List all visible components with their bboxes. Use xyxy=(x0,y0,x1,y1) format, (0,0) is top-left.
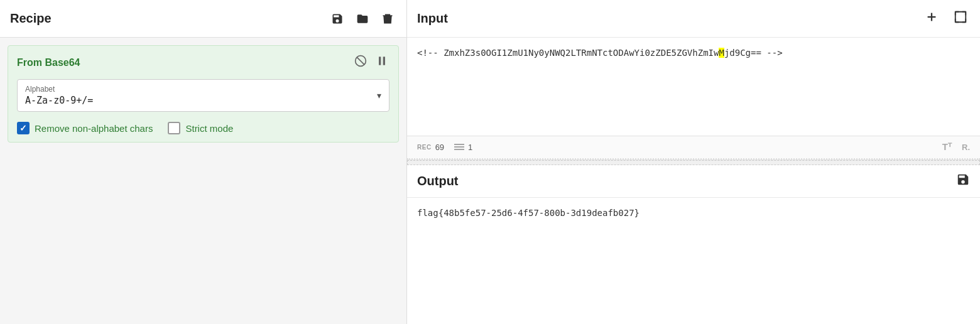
open-folder-button[interactable] xyxy=(354,10,371,28)
output-save-button[interactable] xyxy=(956,173,970,190)
remove-non-alphabet-label: Remove non-alphabet chars xyxy=(35,123,153,134)
delete-button[interactable] xyxy=(379,10,396,28)
status-right: Tᵀ R. xyxy=(942,141,970,153)
add-input-button[interactable] xyxy=(922,8,941,30)
input-toolbar xyxy=(922,8,970,30)
output-section: Output flag{48b5fe57-25d6-4f57-800b-3d19… xyxy=(407,165,980,325)
svg-line-1 xyxy=(357,57,364,65)
text-format-icon: Tᵀ xyxy=(942,141,952,153)
pause-button[interactable] xyxy=(374,53,389,72)
output-save-icon xyxy=(956,173,970,186)
trash-icon xyxy=(381,13,394,25)
output-header: Output xyxy=(407,165,980,198)
from-base64-block: From Base64 Alphabet A-Za- xyxy=(8,45,399,143)
input-title: Input xyxy=(417,11,922,26)
plus-icon xyxy=(925,10,939,24)
rec-icon: REC xyxy=(417,144,432,151)
svg-rect-2 xyxy=(379,57,381,65)
folder-icon xyxy=(356,13,369,25)
disable-icon xyxy=(354,55,367,67)
strict-mode-checkbox[interactable]: Strict mode xyxy=(168,122,233,134)
expand-input-button[interactable] xyxy=(951,8,970,30)
alphabet-value: A-Za-z0-9+/= xyxy=(25,95,381,106)
chevron-down-icon: ▾ xyxy=(377,90,381,100)
expand-icon xyxy=(954,10,967,24)
save-button[interactable] xyxy=(329,10,346,28)
input-text: <!-- ZmxhZ3s0OGI1ZmU1Ny0yNWQ2LTRmNTctODA… xyxy=(417,48,970,58)
save-icon xyxy=(331,13,344,25)
disable-button[interactable] xyxy=(353,53,368,72)
strict-mode-box xyxy=(168,122,180,134)
right-panel: Input xyxy=(407,0,980,324)
svg-rect-3 xyxy=(383,57,385,65)
svg-rect-6 xyxy=(956,12,966,23)
block-controls xyxy=(353,53,389,72)
recipe-toolbar xyxy=(329,10,396,28)
regex-icon: R. xyxy=(962,143,970,152)
output-title: Output xyxy=(417,174,956,188)
lines-icon xyxy=(454,143,464,151)
block-title: From Base64 xyxy=(17,57,353,68)
pause-icon xyxy=(376,55,388,67)
panel-divider[interactable] xyxy=(407,160,980,165)
rec-status: REC 69 xyxy=(417,143,444,152)
checkmark-icon: ✓ xyxy=(19,124,27,132)
input-section: Input xyxy=(407,0,980,160)
recipe-title: Recipe xyxy=(10,11,329,26)
strict-mode-label: Strict mode xyxy=(185,123,233,134)
line-count: 1 xyxy=(468,143,472,152)
remove-non-alphabet-box: ✓ xyxy=(17,122,30,134)
input-header: Input xyxy=(407,0,980,38)
highlight-char: M xyxy=(719,48,724,58)
input-content-area[interactable]: <!-- ZmxhZ3s0OGI1ZmU1Ny0yNWQ2LTRmNTctODA… xyxy=(407,38,980,136)
remove-non-alphabet-checkbox[interactable]: ✓ Remove non-alphabet chars xyxy=(17,122,153,134)
checkboxes-row: ✓ Remove non-alphabet chars Strict mode xyxy=(17,122,389,134)
char-count: 69 xyxy=(435,143,444,152)
recipe-header: Recipe xyxy=(0,0,406,38)
left-panel: Recipe From Base64 xyxy=(0,0,407,324)
status-bar: REC 69 1 Tᵀ R. xyxy=(407,136,980,159)
output-text: flag{48b5fe57-25d6-4f57-800b-3d19deafb02… xyxy=(417,208,970,218)
output-content-area: flag{48b5fe57-25d6-4f57-800b-3d19deafb02… xyxy=(407,198,980,325)
alphabet-label: Alphabet xyxy=(25,85,381,94)
alphabet-dropdown[interactable]: Alphabet A-Za-z0-9+/= ▾ xyxy=(17,79,389,112)
lines-status: 1 xyxy=(454,143,472,152)
block-header: From Base64 xyxy=(17,53,389,72)
